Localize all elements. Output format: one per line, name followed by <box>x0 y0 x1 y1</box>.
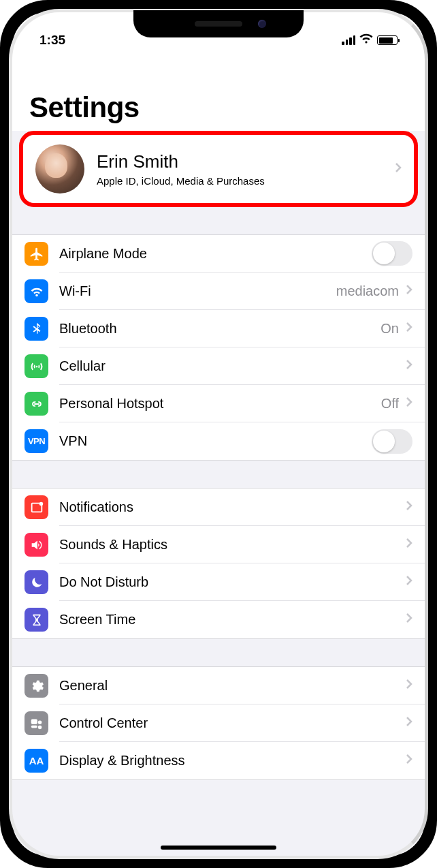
row-screen-time[interactable]: Screen Time <box>12 601 425 638</box>
chevron-right-icon <box>406 679 412 693</box>
chevron-right-icon <box>406 754 412 768</box>
chevron-right-icon <box>406 284 412 298</box>
chevron-right-icon <box>406 397 412 411</box>
row-label: Sounds & Haptics <box>59 537 399 553</box>
settings-group-notifications: Notifications Sounds & Haptics Do Not Di… <box>12 488 425 639</box>
row-value: Off <box>381 396 399 412</box>
row-label: VPN <box>59 433 365 449</box>
control-center-icon <box>25 711 48 735</box>
mute-switch <box>0 123 1 150</box>
header: Settings <box>12 50 425 131</box>
row-label: Cellular <box>59 358 399 374</box>
volume-up-button <box>0 170 1 221</box>
chevron-right-icon <box>406 716 412 730</box>
status-time: 1:35 <box>39 33 65 48</box>
row-label: Personal Hotspot <box>59 396 374 412</box>
row-general[interactable]: General <box>12 667 425 704</box>
cellular-signal-icon <box>342 35 355 45</box>
chevron-right-icon <box>406 359 412 373</box>
volume-down-button <box>0 235 1 286</box>
front-camera <box>258 20 266 28</box>
row-label: General <box>59 678 399 694</box>
chevron-right-icon <box>406 538 412 552</box>
row-display-brightness[interactable]: AA Display & Brightness <box>12 742 425 779</box>
screen: 1:35 Settings Erin Smith Apple ID, iClou… <box>12 12 425 856</box>
dnd-moon-icon <box>25 570 48 594</box>
page-title: Settings <box>29 91 408 124</box>
row-airplane-mode[interactable]: Airplane Mode <box>12 235 425 273</box>
notifications-icon <box>25 495 48 519</box>
row-notifications[interactable]: Notifications <box>12 489 425 526</box>
avatar <box>35 144 84 193</box>
row-do-not-disturb[interactable]: Do Not Disturb <box>12 563 425 601</box>
vpn-icon: VPN <box>25 429 48 453</box>
apple-id-row[interactable]: Erin Smith Apple ID, iCloud, Media & Pur… <box>19 131 418 207</box>
home-indicator[interactable] <box>161 846 276 850</box>
airplane-icon <box>25 242 48 266</box>
vpn-toggle[interactable] <box>372 429 412 454</box>
chevron-right-icon <box>406 500 412 514</box>
settings-group-connectivity: Airplane Mode Wi-Fi mediacom Bluetooth O… <box>12 234 425 461</box>
row-label: Do Not Disturb <box>59 574 399 590</box>
bluetooth-icon <box>25 317 48 341</box>
wifi-icon <box>359 33 373 48</box>
row-vpn[interactable]: VPN VPN <box>12 422 425 460</box>
battery-icon <box>377 35 398 45</box>
row-label: Wi-Fi <box>59 283 329 299</box>
cellular-icon <box>25 354 48 378</box>
row-label: Control Center <box>59 715 399 731</box>
row-cellular[interactable]: Cellular <box>12 347 425 385</box>
row-value: On <box>381 321 399 337</box>
settings-group-general: General Control Center AA Display & Brig… <box>12 666 425 780</box>
display-icon: AA <box>25 749 48 773</box>
notch <box>133 10 304 37</box>
row-wifi[interactable]: Wi-Fi mediacom <box>12 273 425 310</box>
row-label: Airplane Mode <box>59 246 365 262</box>
profile-subtitle: Apple ID, iCloud, Media & Purchases <box>97 175 383 187</box>
row-label: Screen Time <box>59 612 399 627</box>
chevron-right-icon <box>406 613 412 627</box>
chevron-right-icon <box>406 575 412 589</box>
speaker-grille <box>195 21 242 27</box>
row-personal-hotspot[interactable]: Personal Hotspot Off <box>12 385 425 422</box>
row-sounds[interactable]: Sounds & Haptics <box>12 526 425 563</box>
row-label: Notifications <box>59 499 399 515</box>
chevron-right-icon <box>406 322 412 336</box>
screentime-hourglass-icon <box>25 608 48 632</box>
hotspot-icon <box>25 392 48 416</box>
gear-icon <box>25 674 48 698</box>
row-bluetooth[interactable]: Bluetooth On <box>12 310 425 347</box>
row-control-center[interactable]: Control Center <box>12 704 425 742</box>
profile-name: Erin Smith <box>97 151 383 172</box>
chevron-right-icon <box>395 162 402 176</box>
svg-point-0 <box>39 501 42 506</box>
row-label: Bluetooth <box>59 321 374 337</box>
row-label: Display & Brightness <box>59 753 399 769</box>
row-value: mediacom <box>336 283 399 299</box>
airplane-toggle[interactable] <box>372 241 412 266</box>
sounds-icon <box>25 533 48 557</box>
wifi-settings-icon <box>25 279 48 303</box>
